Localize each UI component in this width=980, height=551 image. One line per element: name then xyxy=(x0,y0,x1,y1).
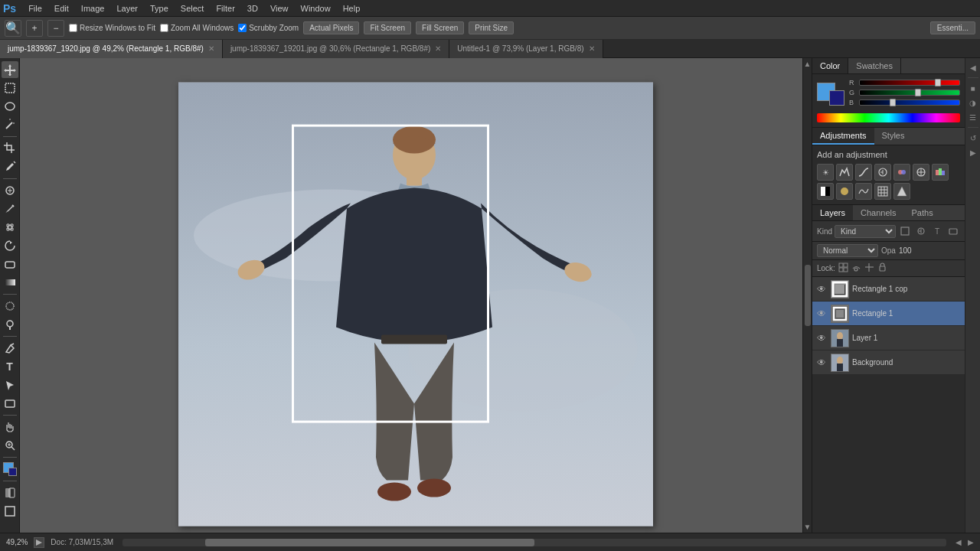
lock-pixels-icon[interactable] xyxy=(838,262,848,274)
b-slider-thumb[interactable] xyxy=(890,99,896,106)
zoom-tool-icon[interactable]: 🔍 xyxy=(5,20,21,37)
scroll-down-arrow[interactable]: ▼ xyxy=(804,523,812,531)
menu-filter[interactable]: Filter xyxy=(210,2,240,15)
tab-2-close[interactable]: ✕ xyxy=(589,44,595,53)
scroll-right-arrow[interactable]: ▶ xyxy=(968,538,974,546)
layer-1-visibility[interactable]: 👁 xyxy=(817,308,828,319)
color-icon[interactable]: ■ xyxy=(967,82,979,94)
adj-color-balance[interactable] xyxy=(932,164,949,181)
path-select-tool[interactable] xyxy=(2,377,18,393)
zoom-tool[interactable] xyxy=(2,437,18,454)
horizontal-scroll-area[interactable] xyxy=(122,539,946,546)
adj-vibrance[interactable] xyxy=(893,164,910,181)
layer-2-visibility[interactable]: 👁 xyxy=(817,333,828,344)
menu-3d[interactable]: 3D xyxy=(241,2,264,15)
tab-0-close[interactable]: ✕ xyxy=(208,44,214,53)
b-slider-track[interactable] xyxy=(859,99,960,106)
blur-tool[interactable] xyxy=(2,298,18,315)
opacity-value[interactable]: 100 xyxy=(899,246,912,255)
adj-bw[interactable] xyxy=(817,183,834,200)
tab-color[interactable]: Color xyxy=(812,58,848,73)
brush-tool[interactable] xyxy=(2,201,18,217)
menu-layer[interactable]: Layer xyxy=(110,2,144,15)
screen-mode[interactable] xyxy=(2,503,18,520)
tab-styles[interactable]: Styles xyxy=(874,128,913,145)
quick-mask[interactable] xyxy=(2,484,18,501)
layers-icon[interactable]: ☰ xyxy=(967,111,979,123)
layer-3-visibility[interactable]: 👁 xyxy=(817,357,828,368)
status-arrow[interactable] xyxy=(34,537,44,548)
tab-1-close[interactable]: ✕ xyxy=(435,44,441,53)
zoom-out-button[interactable]: − xyxy=(47,20,64,37)
kind-select[interactable]: Kind Name Effect Mode Attribute Color xyxy=(835,225,896,238)
tab-paths[interactable]: Paths xyxy=(904,205,941,220)
filter-adj-icon[interactable] xyxy=(914,224,928,238)
adj-photo-filter[interactable] xyxy=(836,183,853,200)
menu-type[interactable]: Type xyxy=(144,2,175,15)
vertical-scrollbar[interactable]: ▲ ▼ xyxy=(802,58,812,533)
type-tool[interactable]: T xyxy=(2,358,18,375)
zoom-in-button[interactable]: + xyxy=(26,20,43,37)
eraser-tool[interactable] xyxy=(2,256,18,272)
rect-select-tool[interactable] xyxy=(2,80,18,96)
lasso-tool[interactable] xyxy=(2,98,18,115)
adj-hsl[interactable] xyxy=(913,164,929,181)
tab-adjustments[interactable]: Adjustments xyxy=(812,128,874,145)
blend-mode-select[interactable]: Normal Dissolve Multiply Screen Overlay xyxy=(817,244,878,257)
magic-wand-tool[interactable] xyxy=(2,116,18,133)
tab-2[interactable]: Untitled-1 @ 73,9% (Layer 1, RGB/8) ✕ xyxy=(449,40,603,58)
menu-select[interactable]: Select xyxy=(175,2,211,15)
filter-text-icon[interactable]: T xyxy=(930,224,944,238)
crop-tool[interactable] xyxy=(2,140,18,157)
layer-0-visibility[interactable]: 👁 xyxy=(817,284,828,295)
fit-screen-button[interactable]: Fit Screen xyxy=(364,21,411,34)
menu-view[interactable]: View xyxy=(264,2,295,15)
eyedropper-tool[interactable] xyxy=(2,158,18,175)
hand-tool[interactable] xyxy=(2,419,18,435)
scrubby-zoom-checkbox[interactable]: Scrubby Zoom xyxy=(238,24,299,32)
gradient-tool[interactable] xyxy=(2,274,18,291)
menu-file[interactable]: File xyxy=(22,2,48,15)
zoom-all-windows-checkbox[interactable]: Zoom All Windows xyxy=(160,24,234,32)
r-slider-thumb[interactable] xyxy=(935,79,941,86)
canvas-area[interactable]: ▲ ▼ xyxy=(20,58,812,533)
g-slider-track[interactable] xyxy=(859,90,960,96)
layer-item-3[interactable]: 👁 Background xyxy=(812,350,965,375)
pen-tool[interactable] xyxy=(2,340,18,357)
layer-item-1[interactable]: 👁 Rectangle 1 xyxy=(812,302,965,326)
adj-panel-icon[interactable]: ◑ xyxy=(967,96,979,109)
horizontal-scroll-thumb[interactable] xyxy=(205,539,534,546)
tab-swatches[interactable]: Swatches xyxy=(848,58,901,73)
adj-exposure[interactable] xyxy=(874,164,891,181)
tab-1[interactable]: jump-1839367_19201.jpg @ 30,6% (Rectangl… xyxy=(223,40,449,58)
move-tool[interactable] xyxy=(2,61,18,78)
tab-channels[interactable]: Channels xyxy=(853,205,903,220)
adj-channel-mixer[interactable] xyxy=(855,183,872,200)
tab-0[interactable]: jump-1839367_1920.jpg @ 49,2% (Rectangle… xyxy=(0,40,223,58)
lock-image-icon[interactable] xyxy=(851,262,861,274)
adj-brightness[interactable]: ☀ xyxy=(817,164,834,181)
g-slider-thumb[interactable] xyxy=(915,89,921,96)
filter-pixel-icon[interactable] xyxy=(898,224,912,238)
dodge-tool[interactable] xyxy=(2,316,18,333)
history-icon[interactable]: ↺ xyxy=(967,132,979,144)
color-boxes[interactable] xyxy=(817,83,844,106)
adj-curves[interactable] xyxy=(855,164,872,181)
collapse-panel-icon[interactable]: ◀ xyxy=(967,61,979,73)
shape-tool[interactable] xyxy=(2,395,18,412)
r-slider-track[interactable] xyxy=(859,80,960,86)
filter-shape-icon[interactable] xyxy=(946,224,960,238)
foreground-color[interactable] xyxy=(2,461,18,478)
actual-pixels-button[interactable]: Actual Pixels xyxy=(303,21,359,34)
history-brush-tool[interactable] xyxy=(2,237,18,254)
scroll-up-arrow[interactable]: ▲ xyxy=(804,60,812,68)
heal-tool[interactable] xyxy=(2,182,18,199)
scroll-thumb-v[interactable] xyxy=(805,265,811,326)
adj-color-lookup[interactable] xyxy=(874,183,891,200)
clone-stamp-tool[interactable] xyxy=(2,219,18,236)
layer-item-0[interactable]: 👁 Rectangle 1 cop xyxy=(812,277,965,302)
lock-all-icon[interactable] xyxy=(877,262,887,274)
background-color-swatch[interactable] xyxy=(829,90,844,106)
adj-invert[interactable] xyxy=(893,183,910,200)
menu-edit[interactable]: Edit xyxy=(48,2,75,15)
